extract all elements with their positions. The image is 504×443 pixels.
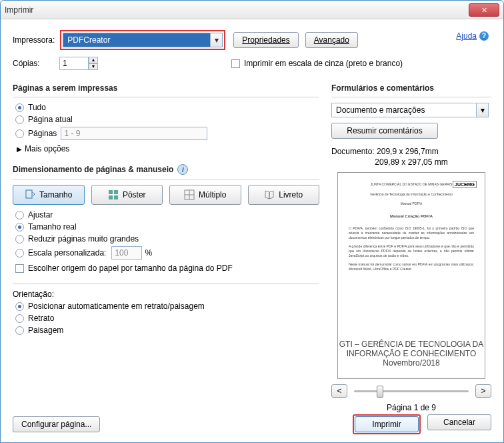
printer-select[interactable]: PDFCreator ▾: [63, 33, 223, 47]
printer-selected: PDFCreator: [67, 35, 110, 45]
size-icon: [25, 189, 35, 200]
radio-icon: [15, 302, 24, 311]
printer-highlight: PDFCreator ▾: [60, 30, 225, 50]
titlebar: Imprimir ✕: [1, 1, 503, 19]
radio-range[interactable]: Páginas: [15, 127, 319, 140]
more-options-toggle[interactable]: ▶ Mais opções: [17, 144, 319, 153]
custom-scale-input[interactable]: [111, 246, 142, 260]
copies-down-icon[interactable]: ▼: [89, 63, 98, 70]
booklet-button[interactable]: Livreto: [248, 185, 320, 205]
radio-actual[interactable]: Tamanho real: [15, 222, 319, 232]
triangle-right-icon: ▶: [17, 145, 22, 153]
preview-next-button[interactable]: >: [475, 384, 491, 398]
poster-icon: [108, 189, 119, 200]
radio-icon: [15, 129, 24, 138]
multiple-button[interactable]: Múltiplo: [169, 185, 241, 205]
forms-selected: Documento e marcações: [336, 105, 425, 115]
radio-landscape[interactable]: Paisagem: [15, 326, 319, 335]
summarize-comments-button[interactable]: Resumir comentários: [331, 123, 438, 139]
radio-icon: [15, 103, 24, 112]
page-setup-button[interactable]: Configurar página...: [13, 416, 100, 432]
radio-icon: [15, 249, 24, 258]
copies-stepper[interactable]: ▲ ▼: [59, 57, 98, 70]
copies-input[interactable]: [59, 57, 89, 70]
properties-button[interactable]: Propriedades: [233, 32, 298, 48]
radio-icon: [15, 235, 24, 244]
copies-up-icon[interactable]: ▲: [89, 57, 98, 63]
window-title: Imprimir: [5, 5, 469, 15]
close-button[interactable]: ✕: [469, 3, 499, 17]
preview-prev-button[interactable]: <: [331, 384, 347, 398]
forms-select[interactable]: Documento e marcações ▾: [331, 103, 489, 117]
page-preview: JUCEMG JUNTA COMERCIAL DO ESTADO DE MINA…: [337, 172, 485, 379]
pages-heading: Páginas a serem impressas: [13, 83, 319, 93]
svg-rect-2: [114, 190, 118, 194]
preview-slider[interactable]: [354, 390, 469, 392]
help-icon: ?: [479, 31, 489, 41]
dropdown-arrow-icon: ▾: [476, 103, 488, 117]
help-link[interactable]: Ajuda ?: [456, 31, 489, 41]
sizing-heading: Dimensionamento de páginas & manuseio: [13, 165, 173, 174]
paper-source-option[interactable]: Escolher origem do papel por tamanho da …: [15, 264, 319, 273]
radio-icon: [15, 115, 24, 124]
radio-icon: [15, 223, 24, 232]
print-button[interactable]: Imprimir: [355, 416, 419, 432]
forms-heading: Formulários e comentários: [331, 83, 491, 93]
printer-label: Impressora:: [13, 35, 55, 45]
paper-dimensions: 209,89 x 297,05 mm: [331, 157, 491, 167]
document-dimensions: Documento: 209,9 x 296,7mm: [331, 147, 491, 156]
print-button-highlight: Imprimir: [353, 414, 421, 434]
grayscale-label[interactable]: Imprimir em escala de cinza (preto e bra…: [244, 59, 403, 68]
radio-icon: [15, 314, 24, 323]
size-button[interactable]: Tamanho: [13, 185, 85, 205]
slider-thumb[interactable]: [377, 386, 383, 398]
booklet-icon: [264, 189, 275, 200]
cancel-button[interactable]: Cancelar: [427, 414, 491, 430]
radio-all[interactable]: Tudo: [15, 103, 319, 112]
radio-icon: [15, 211, 24, 219]
orientation-heading: Orientação:: [13, 290, 319, 299]
dropdown-arrow-icon: ▾: [210, 33, 222, 47]
radio-custom-scale[interactable]: Escala personalizada: %: [15, 246, 319, 260]
print-dialog: Imprimir ✕ Ajuda ? Impressora: PDFCreato…: [0, 0, 504, 443]
radio-portrait[interactable]: Retrato: [15, 314, 319, 323]
radio-auto-orient[interactable]: Posicionar automaticamente em retrato/pa…: [15, 302, 319, 311]
svg-rect-3: [109, 195, 113, 199]
advanced-button[interactable]: Avançado: [305, 32, 358, 48]
page-indicator: Página 1 de 9: [331, 403, 491, 412]
radio-icon: [15, 326, 24, 335]
info-icon[interactable]: i: [177, 164, 188, 175]
paper-source-checkbox[interactable]: [15, 264, 24, 273]
svg-rect-0: [26, 190, 32, 198]
help-label: Ajuda: [456, 31, 477, 41]
svg-rect-4: [114, 195, 118, 199]
grayscale-checkbox[interactable]: [231, 59, 240, 68]
poster-button[interactable]: Pôster: [91, 185, 163, 205]
radio-current[interactable]: Página atual: [15, 115, 319, 124]
radio-fit[interactable]: Ajustar: [15, 210, 319, 219]
multiple-icon: [184, 189, 195, 200]
preview-logo: JUCEMG: [453, 181, 477, 188]
pages-range-input[interactable]: [61, 127, 207, 140]
copies-label: Cópias:: [13, 59, 54, 68]
radio-shrink[interactable]: Reduzir páginas muito grandes: [15, 234, 319, 244]
svg-rect-1: [109, 190, 113, 194]
